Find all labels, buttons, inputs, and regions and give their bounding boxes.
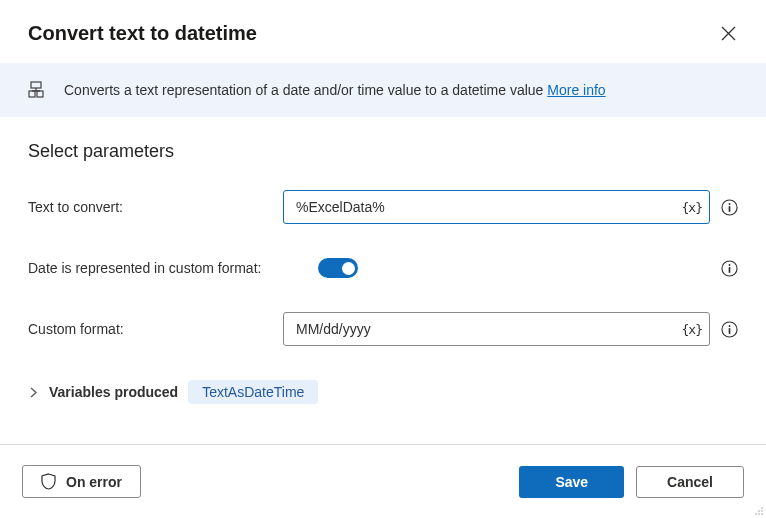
svg-point-9 — [728, 264, 730, 266]
svg-rect-3 — [37, 91, 43, 97]
variable-chip[interactable]: TextAsDateTime — [188, 380, 318, 404]
footer-buttons: Save Cancel — [519, 466, 744, 498]
svg-point-19 — [761, 513, 763, 515]
svg-point-6 — [728, 203, 730, 205]
svg-rect-7 — [728, 206, 730, 212]
dialog-title: Convert text to datetime — [28, 22, 257, 45]
svg-rect-2 — [29, 91, 35, 97]
cancel-button[interactable]: Cancel — [636, 466, 744, 498]
info-icon[interactable] — [720, 320, 738, 338]
param-custom-format-toggle: Date is represented in custom format: — [28, 258, 738, 278]
chevron-right-icon — [28, 387, 39, 398]
save-button[interactable]: Save — [519, 466, 624, 498]
svg-rect-13 — [728, 328, 730, 334]
dialog-footer: On error Save Cancel — [0, 444, 766, 518]
param-custom-format: Custom format: {x} — [28, 312, 738, 346]
variables-produced-row: Variables produced TextAsDateTime — [28, 380, 738, 404]
insert-variable-button[interactable]: {x} — [682, 200, 702, 215]
section-title: Select parameters — [28, 141, 738, 162]
svg-point-18 — [758, 513, 760, 515]
info-icon[interactable] — [720, 259, 738, 277]
svg-point-16 — [761, 510, 763, 512]
resize-grip-icon[interactable] — [754, 506, 764, 516]
close-icon — [721, 26, 736, 41]
expand-chevron[interactable] — [28, 387, 39, 398]
svg-point-12 — [728, 325, 730, 327]
variables-produced-label: Variables produced — [49, 384, 178, 400]
toggle-knob — [342, 262, 355, 275]
close-button[interactable] — [718, 24, 738, 44]
parameters-section: Select parameters Text to convert: {x} D… — [0, 117, 766, 414]
svg-rect-10 — [728, 267, 730, 273]
param-text-to-convert: Text to convert: {x} — [28, 190, 738, 224]
info-banner: Converts a text representation of a date… — [0, 63, 766, 117]
on-error-label: On error — [66, 474, 122, 490]
banner-text: Converts a text representation of a date… — [64, 82, 547, 98]
info-icon[interactable] — [720, 198, 738, 216]
svg-point-14 — [761, 507, 763, 509]
custom-format-toggle[interactable] — [318, 258, 358, 278]
svg-point-15 — [758, 510, 760, 512]
banner-text-wrap: Converts a text representation of a date… — [64, 82, 606, 98]
action-type-icon — [28, 81, 46, 99]
on-error-button[interactable]: On error — [22, 465, 141, 498]
dialog-header: Convert text to datetime — [0, 0, 766, 63]
insert-variable-button[interactable]: {x} — [682, 322, 702, 337]
param-label: Date is represented in custom format: — [28, 260, 318, 276]
param-label: Custom format: — [28, 321, 283, 337]
param-label: Text to convert: — [28, 199, 283, 215]
svg-rect-0 — [31, 82, 41, 88]
text-to-convert-input[interactable] — [283, 190, 710, 224]
svg-point-17 — [755, 513, 757, 515]
shield-icon — [41, 473, 56, 490]
more-info-link[interactable]: More info — [547, 82, 605, 98]
custom-format-input[interactable] — [283, 312, 710, 346]
